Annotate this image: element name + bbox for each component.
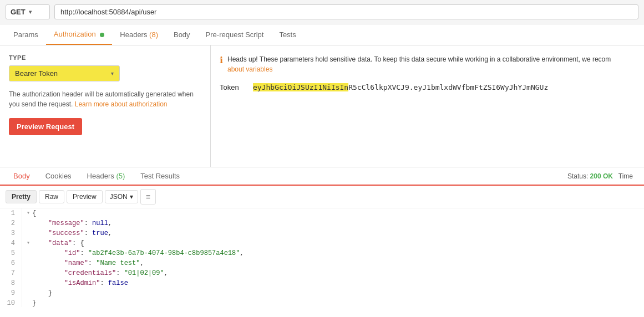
- tab-authorization[interactable]: Authorization: [46, 24, 113, 45]
- warning-box: ℹ Heads up! These parameters hold sensit…: [220, 54, 635, 74]
- auth-description: The authorization header will be automat…: [9, 89, 201, 109]
- auth-right-panel: ℹ Heads up! These parameters hold sensit…: [211, 45, 644, 167]
- token-highlighted: eyJhbGciOiJSUzI1NiIsIn: [253, 83, 348, 91]
- bottom-tab-cookies[interactable]: Cookies: [38, 167, 79, 185]
- table-row: 8 "isAdmin": false: [0, 278, 644, 288]
- pretty-button[interactable]: Pretty: [6, 190, 37, 203]
- method-label: GET: [11, 8, 26, 16]
- bottom-section: Body Cookies Headers (5) Test Results St…: [0, 167, 644, 307]
- bottom-tabs-list: Body Cookies Headers (5) Test Results: [6, 167, 187, 185]
- variables-link[interactable]: about variables: [227, 65, 272, 73]
- method-chevron: ▾: [29, 9, 32, 15]
- auth-dot: [100, 33, 104, 37]
- token-label: Token: [220, 83, 247, 91]
- raw-button[interactable]: Raw: [39, 190, 64, 203]
- tab-tests[interactable]: Tests: [271, 25, 303, 44]
- table-row: 4 ▾ "data": {: [0, 238, 644, 248]
- table-row: 7 "credentials": "01|02|09",: [0, 268, 644, 278]
- url-input[interactable]: [54, 4, 638, 19]
- auth-link[interactable]: Learn more about authorization: [75, 100, 168, 108]
- format-select[interactable]: JSON ▾: [105, 190, 138, 203]
- type-chevron: ▾: [111, 70, 114, 76]
- status-bar: Status: 200 OK Time: [567, 172, 638, 180]
- tab-body[interactable]: Body: [166, 25, 198, 44]
- status-value: 200 OK: [590, 172, 613, 180]
- format-toolbar: Pretty Raw Preview JSON ▾ ≡: [0, 186, 644, 208]
- response-tabs: Body Cookies Headers (5) Test Results St…: [0, 167, 644, 186]
- table-row: 2 "message": null,: [0, 218, 644, 228]
- bottom-tab-headers[interactable]: Headers (5): [79, 167, 133, 185]
- preview-button[interactable]: Preview: [67, 190, 103, 203]
- warning-text: Heads up! These parameters hold sensitiv…: [227, 54, 611, 74]
- token-row: Token eyJhbGciOiJSUzI1NiIsInR5cCl6lkpXVC…: [220, 83, 635, 91]
- table-row: 10 }: [0, 298, 644, 307]
- tab-headers[interactable]: Headers (8): [112, 25, 166, 44]
- auth-left-panel: TYPE Bearer Token ▾ The authorization he…: [0, 45, 211, 167]
- token-value: eyJhbGciOiJSUzI1NiIsInR5cCl6lkpXVCJ9.eyJ…: [253, 83, 548, 91]
- main-content: TYPE Bearer Token ▾ The authorization he…: [0, 45, 644, 167]
- table-row: 3 "success": true,: [0, 228, 644, 238]
- request-tabs: Params Authorization Headers (8) Body Pr…: [0, 24, 644, 45]
- type-label: TYPE: [9, 54, 201, 61]
- wrap-icon[interactable]: ≡: [140, 189, 156, 204]
- preview-request-button[interactable]: Preview Request: [9, 118, 82, 135]
- bottom-tab-body[interactable]: Body: [6, 167, 38, 186]
- table-row: 1 ▾ {: [0, 208, 644, 218]
- code-area[interactable]: 1 ▾ { 2 "message": null, 3 "success": tr…: [0, 208, 644, 307]
- bottom-tab-test-results[interactable]: Test Results: [133, 167, 187, 185]
- warning-icon: ℹ: [220, 55, 223, 65]
- type-select[interactable]: Bearer Token ▾: [9, 65, 120, 81]
- table-row: 5 "id": "ab2f4e3b-6a7b-4074-98b4-c8b9857…: [0, 248, 644, 258]
- type-value: Bearer Token: [15, 69, 58, 78]
- method-select[interactable]: GET ▾: [6, 4, 50, 19]
- tab-pre-request[interactable]: Pre-request Script: [198, 25, 272, 44]
- table-row: 6 "name": "Name test",: [0, 258, 644, 268]
- tab-params[interactable]: Params: [6, 25, 46, 44]
- top-bar: GET ▾: [0, 0, 644, 24]
- table-row: 9 }: [0, 288, 644, 298]
